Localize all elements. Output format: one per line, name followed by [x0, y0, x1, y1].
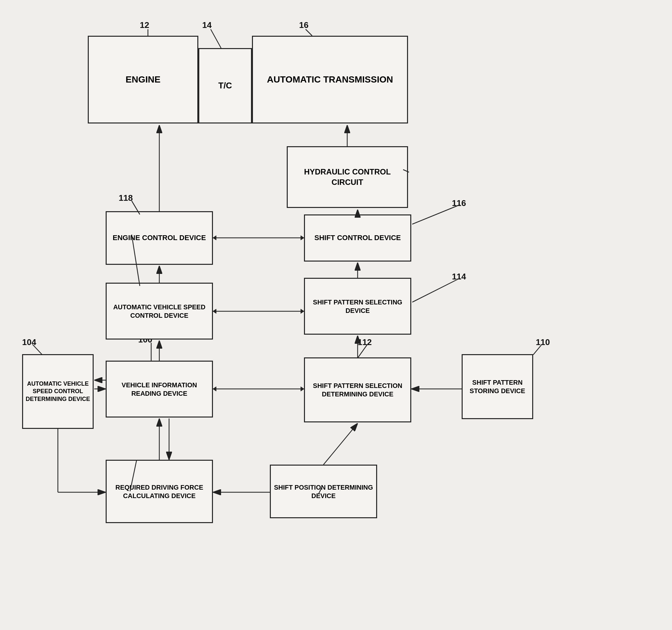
shift-position-determining-box: SHIFT POSITION DETERMINING DEVICE — [270, 464, 377, 518]
shift-control-box: SHIFT CONTROL DEVICE — [304, 215, 411, 261]
svg-marker-8 — [301, 235, 304, 240]
svg-line-35 — [412, 278, 460, 302]
shift-pattern-selecting-box: SHIFT PATTERN SELECTING DEVICE — [304, 278, 411, 335]
svg-line-30 — [306, 29, 312, 36]
required-driving-force-box: REQUIRED DRIVING FORCE CALCULATING DEVIC… — [106, 460, 213, 523]
vehicle-info-reading-box: VEHICLE INFORMATION READING DEVICE — [106, 361, 213, 418]
svg-marker-17 — [301, 387, 304, 391]
engine-control-box: ENGINE CONTROL DEVICE — [106, 211, 213, 265]
auto-vehicle-speed-determining-box: AUTOMATIC VEHICLE SPEED CONTROL DETERMIN… — [22, 354, 94, 429]
label-12: 12 — [140, 20, 149, 30]
automatic-transmission-box: AUTOMATIC TRANSMISSION — [252, 36, 408, 123]
shift-pattern-storing-box: SHIFT PATTERN STORING DEVICE — [462, 354, 533, 419]
svg-line-29 — [211, 29, 221, 48]
svg-marker-16 — [213, 387, 216, 391]
label-110: 110 — [536, 337, 550, 347]
diagram-container: 12 14 16 22 100 102 104 106 108 110 112 … — [0, 0, 672, 630]
label-116: 116 — [452, 198, 466, 208]
tc-box: T/C — [198, 48, 252, 123]
label-16: 16 — [299, 20, 309, 30]
label-114: 114 — [452, 272, 466, 282]
label-104: 104 — [22, 337, 36, 347]
svg-marker-7 — [213, 235, 216, 240]
svg-marker-11 — [213, 309, 216, 313]
svg-line-25 — [323, 423, 358, 464]
label-118: 118 — [119, 193, 133, 203]
auto-vehicle-speed-control-box: AUTOMATIC VEHICLE SPEED CONTROL DEVICE — [106, 283, 213, 339]
engine-box: ENGINE — [88, 36, 198, 123]
label-112: 112 — [358, 337, 371, 347]
hydraulic-control-box: HYDRAULIC CONTROL CIRCUIT — [287, 146, 408, 208]
label-14: 14 — [202, 20, 212, 30]
svg-marker-12 — [301, 309, 304, 313]
shift-pattern-selection-determining-box: SHIFT PATTERN SELECTION DETERMINING DEVI… — [304, 357, 411, 422]
